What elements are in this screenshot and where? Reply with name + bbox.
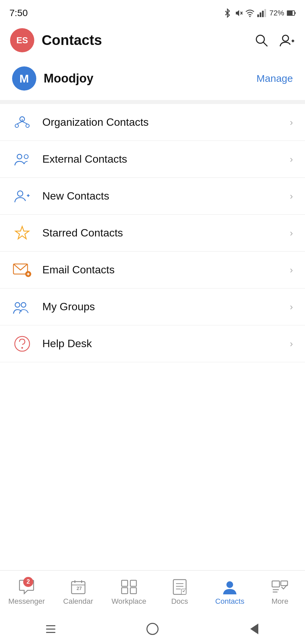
menu-item-email-contacts[interactable]: Email Contacts › xyxy=(0,252,305,288)
svg-rect-5 xyxy=(260,12,261,17)
user-avatar[interactable]: ES xyxy=(10,28,34,52)
system-nav xyxy=(0,614,305,644)
status-icons: 72% xyxy=(224,8,296,18)
help-desk-icon xyxy=(12,334,32,354)
svg-point-34 xyxy=(15,336,30,351)
chevron-icon: › xyxy=(290,302,293,312)
svg-rect-10 xyxy=(295,12,296,14)
svg-point-22 xyxy=(17,154,22,159)
svg-line-20 xyxy=(22,121,28,124)
mute-icon xyxy=(234,9,243,17)
svg-rect-41 xyxy=(122,580,128,586)
workplace-icon xyxy=(120,579,138,595)
chevron-icon: › xyxy=(290,338,293,349)
workspace-left: M Moodjoy xyxy=(12,66,93,91)
nav-item-calendar[interactable]: 27 Calendar xyxy=(61,579,95,606)
svg-line-19 xyxy=(17,121,22,124)
more-label: More xyxy=(271,597,288,606)
recent-apps-button[interactable] xyxy=(41,621,61,637)
workspace-avatar: M xyxy=(12,66,36,91)
svg-rect-42 xyxy=(130,580,136,586)
menu-item-starred-contacts[interactable]: Starred Contacts › xyxy=(0,215,305,252)
email-contacts-label: Email Contacts xyxy=(42,264,115,276)
messenger-icon: 2 xyxy=(17,579,36,595)
status-bar: 7:50 72% xyxy=(0,0,305,23)
section-divider xyxy=(0,100,305,104)
nav-item-workplace[interactable]: Workplace xyxy=(112,579,146,606)
svg-point-35 xyxy=(21,347,23,348)
contacts-nav-icon xyxy=(220,579,239,595)
starred-contacts-icon xyxy=(12,223,32,243)
svg-rect-51 xyxy=(272,581,279,587)
search-icon[interactable] xyxy=(254,33,269,48)
workplace-label: Workplace xyxy=(112,597,146,606)
menu-item-ext-contacts[interactable]: External Contacts › xyxy=(0,141,305,178)
chevron-icon: › xyxy=(290,154,293,165)
new-contacts-label: New Contacts xyxy=(42,190,109,202)
svg-rect-6 xyxy=(262,11,264,17)
nav-item-more[interactable]: More xyxy=(263,579,297,606)
svg-point-18 xyxy=(26,124,29,127)
docs-label: Docs xyxy=(171,597,188,606)
back-button[interactable] xyxy=(244,621,264,637)
org-contacts-icon xyxy=(12,112,32,132)
svg-point-23 xyxy=(24,155,28,159)
calendar-icon: 27 xyxy=(69,579,88,595)
starred-contacts-label: Starred Contacts xyxy=(42,227,123,239)
calendar-label: Calendar xyxy=(63,597,93,606)
page-title: Contacts xyxy=(42,32,102,48)
chevron-icon: › xyxy=(290,117,293,128)
svg-marker-27 xyxy=(15,226,29,239)
svg-point-32 xyxy=(15,303,20,307)
status-time: 7:50 xyxy=(9,8,28,18)
svg-line-12 xyxy=(263,42,267,46)
svg-point-13 xyxy=(282,35,289,41)
svg-point-33 xyxy=(21,303,26,307)
svg-rect-43 xyxy=(122,588,128,594)
header-left: ES Contacts xyxy=(10,28,102,52)
svg-point-50 xyxy=(226,581,233,588)
nav-item-contacts[interactable]: Contacts xyxy=(213,579,247,606)
docs-icon xyxy=(170,579,189,595)
chevron-icon: › xyxy=(290,191,293,202)
menu-item-org-contacts[interactable]: Organization Contacts › xyxy=(0,104,305,141)
signal-icon xyxy=(257,9,267,17)
svg-point-11 xyxy=(256,35,264,43)
manage-button[interactable]: Manage xyxy=(257,73,293,84)
svg-point-17 xyxy=(15,124,18,127)
battery-icon xyxy=(287,10,296,16)
messenger-badge: 2 xyxy=(23,577,33,587)
workspace-section: M Moodjoy Manage xyxy=(0,57,305,100)
chevron-icon: › xyxy=(290,228,293,238)
org-contacts-label: Organization Contacts xyxy=(42,116,149,128)
bottom-nav: 2 Messenger 27 Calendar Workplace xyxy=(0,570,305,614)
menu-list: Organization Contacts › External Contact… xyxy=(0,104,305,362)
battery-level: 72% xyxy=(269,9,284,17)
svg-rect-9 xyxy=(287,11,293,15)
nav-item-messenger[interactable]: 2 Messenger xyxy=(8,579,45,606)
ext-contacts-icon xyxy=(12,149,32,169)
messenger-label: Messenger xyxy=(8,597,45,606)
home-button[interactable] xyxy=(142,621,163,637)
more-icon xyxy=(270,579,289,595)
svg-point-24 xyxy=(17,191,23,196)
menu-item-help-desk[interactable]: Help Desk › xyxy=(0,325,305,362)
menu-item-new-contacts[interactable]: New Contacts › xyxy=(0,178,305,215)
nav-item-docs[interactable]: Docs xyxy=(163,579,197,606)
workspace-name: Moodjoy xyxy=(44,71,93,86)
help-desk-label: Help Desk xyxy=(42,337,92,350)
header: ES Contacts xyxy=(0,23,305,57)
svg-rect-44 xyxy=(130,588,136,594)
bluetooth-icon xyxy=(224,8,231,18)
add-contact-icon[interactable] xyxy=(279,33,295,48)
chevron-icon: › xyxy=(290,265,293,275)
my-groups-label: My Groups xyxy=(42,301,95,313)
wifi-icon xyxy=(245,9,255,17)
svg-rect-4 xyxy=(257,14,259,17)
menu-item-my-groups[interactable]: My Groups › xyxy=(0,288,305,325)
new-contacts-icon xyxy=(12,186,32,206)
contacts-nav-label: Contacts xyxy=(215,597,245,606)
header-actions xyxy=(254,33,295,48)
svg-point-3 xyxy=(249,16,251,17)
email-contacts-icon xyxy=(12,260,32,280)
